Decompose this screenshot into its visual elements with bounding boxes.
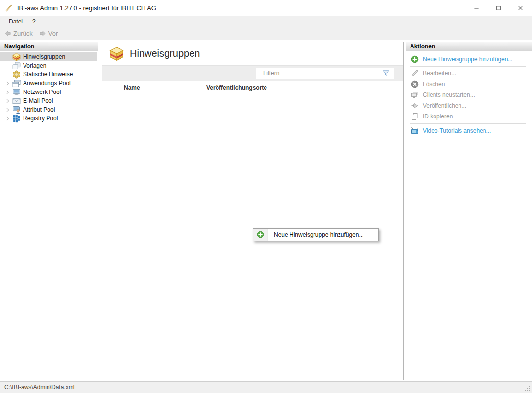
- chevron-right-icon[interactable]: [4, 107, 11, 113]
- column-header-veroeffentlichungsorte[interactable]: Veröffentlichungsorte: [202, 81, 403, 94]
- page-title: Hinweisgruppen: [130, 48, 200, 59]
- back-button[interactable]: Zurück: [4, 30, 33, 37]
- filter-band: [102, 66, 403, 81]
- sidebar-item-registry-pool[interactable]: Registry Pool: [0, 114, 97, 123]
- actions-panel: Aktionen Neue Hinweisgruppe hinzufügen..…: [406, 42, 532, 380]
- close-icon: [518, 5, 523, 11]
- context-menu: Neue Hinweisgruppe hinzufügen...: [253, 228, 379, 241]
- edit-icon: [411, 69, 419, 77]
- app-icon: [5, 4, 13, 12]
- chevron-right-icon[interactable]: [4, 98, 11, 104]
- sidebar-item-anwendungs-pool[interactable]: Anwendungs Pool: [0, 79, 97, 88]
- window-controls: [465, 0, 532, 16]
- row-indicator-column: [102, 81, 118, 94]
- menubar: Datei ?: [0, 16, 532, 27]
- publish-icon: [411, 102, 419, 110]
- close-button[interactable]: [509, 0, 532, 16]
- action-bearbeiten[interactable]: Bearbeiten...: [406, 68, 532, 79]
- email-pool-icon: [12, 97, 21, 105]
- filter-box: [256, 68, 394, 79]
- registry-pool-icon: [12, 115, 21, 123]
- app-window: IBI-aws Admin 1.27.0 - registriert für I…: [0, 0, 532, 393]
- action-loeschen[interactable]: Löschen: [406, 79, 532, 90]
- sidebar-item-hinweisgruppen[interactable]: Hinweisgruppen: [0, 52, 97, 61]
- delete-icon: [411, 80, 419, 88]
- table-columns: Name Veröffentlichungsorte: [118, 81, 403, 94]
- menu-datei[interactable]: Datei: [4, 17, 27, 26]
- notice-groups-icon: [109, 46, 124, 61]
- navigation-panel: Navigation Hinweisgruppen Vorlagen Stati…: [0, 42, 98, 380]
- menu-hilfe[interactable]: ?: [27, 17, 41, 26]
- forward-arrow-icon: [39, 30, 47, 37]
- sidebar-item-vorlagen[interactable]: Vorlagen: [0, 61, 97, 70]
- sidebar-item-netzwerk-pool[interactable]: Netzwerk Pool: [0, 88, 97, 96]
- minimize-button[interactable]: [465, 0, 487, 16]
- toolbar: Zurück Vor: [0, 27, 532, 40]
- forward-button[interactable]: Vor: [39, 30, 58, 37]
- column-header-name[interactable]: Name: [118, 81, 202, 94]
- window-title: IBI-aws Admin 1.27.0 - registriert für I…: [17, 4, 156, 12]
- statusbar: C:\IBI-aws\Admin\Data.xml: [0, 381, 532, 393]
- actions-list: Neue Hinweisgruppe hinzufügen... Bearbei…: [406, 51, 532, 136]
- table-header: Name Veröffentlichungsorte: [102, 81, 403, 94]
- add-icon: [257, 231, 264, 238]
- popup-item-neue-hinweisgruppe[interactable]: Neue Hinweisgruppe hinzufügen...: [253, 229, 378, 241]
- chevron-right-icon[interactable]: [4, 116, 11, 122]
- attribute-pool-icon: [12, 106, 21, 114]
- chevron-right-icon[interactable]: [4, 80, 11, 87]
- templates-icon: [12, 62, 21, 70]
- action-neue-hinweisgruppe[interactable]: Neue Hinweisgruppe hinzufügen...: [406, 54, 532, 65]
- static-notices-icon: [12, 70, 21, 79]
- sidebar-item-attribut-pool[interactable]: Attribut Pool: [0, 105, 97, 114]
- action-clients-neustarten[interactable]: Clients neustarten...: [406, 90, 532, 100]
- back-arrow-icon: [4, 30, 11, 37]
- sidebar-item-statische-hinweise[interactable]: Statische Hinweise: [0, 70, 97, 79]
- copy-id-icon: [411, 113, 419, 120]
- maximize-button[interactable]: [487, 0, 509, 16]
- actions-header: Aktionen: [406, 42, 532, 51]
- navigation-header: Navigation: [0, 42, 98, 51]
- notice-groups-icon: [12, 53, 21, 61]
- action-video-tutorials[interactable]: Video-Tutorials ansehen...: [406, 125, 532, 136]
- content-panel: Hinweisgruppen Name Veröffentlichungsort…: [102, 42, 404, 380]
- navigation-tree: Hinweisgruppen Vorlagen Statische Hinwei…: [0, 51, 98, 123]
- filter-icon[interactable]: [382, 69, 390, 77]
- minimize-icon: [474, 5, 479, 11]
- main-region: Navigation Hinweisgruppen Vorlagen Stati…: [0, 40, 532, 381]
- video-tutorials-icon: [411, 127, 419, 135]
- network-pool-icon: [12, 88, 21, 96]
- sidebar-item-email-pool[interactable]: E-Mail Pool: [0, 96, 97, 105]
- action-id-kopieren[interactable]: ID kopieren: [406, 111, 532, 122]
- filter-input[interactable]: [256, 70, 382, 77]
- restart-clients-icon: [411, 91, 419, 99]
- resize-grip-icon[interactable]: [524, 385, 531, 392]
- application-pool-icon: [12, 79, 21, 88]
- maximize-icon: [496, 5, 501, 11]
- titlebar: IBI-aws Admin 1.27.0 - registriert für I…: [0, 0, 532, 16]
- add-icon: [411, 55, 419, 63]
- content-header: Hinweisgruppen: [102, 42, 403, 66]
- action-veroeffentlichen[interactable]: Veröffentlichen...: [406, 100, 532, 111]
- chevron-right-icon[interactable]: [4, 89, 11, 95]
- statusbar-path: C:\IBI-aws\Admin\Data.xml: [4, 384, 74, 391]
